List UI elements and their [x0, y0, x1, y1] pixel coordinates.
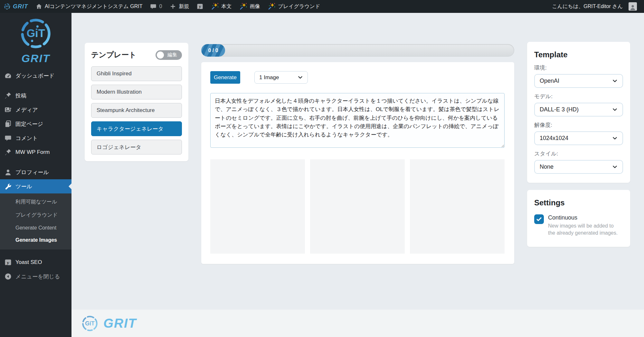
grit-logo-icon: GiT	[81, 315, 99, 332]
template-item-logo-generator[interactable]: ロゴジェネレータ	[91, 140, 182, 154]
sidebar-item-pages[interactable]: 固定ページ	[0, 117, 71, 131]
adminbar-account-link[interactable]: こんにちは、GRIT-Editor さん	[548, 0, 641, 13]
resolution-value: 1024x1024	[540, 135, 568, 142]
avatar	[629, 2, 637, 11]
style-value: None	[540, 164, 554, 170]
generate-button[interactable]: Generate	[210, 71, 240, 84]
adminbar-ai-playground-link[interactable]: プレイグラウンド	[264, 0, 324, 13]
ai-body-label: 本文	[221, 3, 232, 10]
media-icon	[5, 106, 12, 113]
sidebar-item-posts[interactable]: 投稿	[0, 89, 71, 103]
adminbar-brand-label: GRIT	[13, 3, 28, 10]
continuous-description: New images will be added to the already …	[548, 222, 621, 236]
adminbar-new-link[interactable]: 新規	[166, 0, 193, 13]
model-label: モデル:	[534, 93, 623, 100]
sidebar-item-profile[interactable]: プロフィール	[0, 165, 71, 179]
generation-progress-bar: 0 / 0	[201, 44, 514, 57]
collapse-arrow-icon	[5, 273, 12, 280]
environment-select[interactable]: OpenAI	[534, 74, 623, 88]
template-item-character-generator[interactable]: キャラクタージェネレータ	[91, 121, 182, 136]
check-icon	[536, 216, 542, 222]
sidebar-logo: GiT GRIT	[0, 13, 71, 65]
adminbar-yoast-link[interactable]	[193, 0, 207, 13]
ai-image-label: 画像	[250, 3, 260, 10]
sidebar-item-label: プロフィール	[15, 169, 49, 176]
adminbar-site-link[interactable]: AIコンテンツマネジメントシステム GRIT	[32, 0, 146, 13]
model-value: DALL-E 3 (HD)	[540, 106, 579, 113]
edit-toggle[interactable]: 編集	[156, 50, 182, 60]
sidebar-item-mw-wp-form[interactable]: MW WP Form	[0, 145, 71, 159]
svg-text:GiT: GiT	[26, 27, 45, 39]
site-name: AIコンテンツマネジメントシステム GRIT	[45, 3, 142, 10]
tools-submenu: 利用可能なツール プレイグラウンド Generate Content Gener…	[0, 193, 71, 249]
chevron-down-icon	[612, 107, 618, 112]
image-placeholder	[210, 159, 305, 254]
sidebar-item-label: ダッシュボード	[15, 72, 54, 80]
greeting-text: こんにちは、GRIT-Editor さん	[552, 3, 623, 10]
pin-icon	[5, 92, 12, 99]
yoast-icon	[197, 3, 203, 10]
edit-toggle-label: 編集	[167, 52, 177, 58]
settings-title: Settings	[534, 198, 623, 207]
footer: GiT GRIT	[71, 310, 644, 337]
chevron-down-icon	[612, 164, 618, 170]
prompt-textarea[interactable]: 日本人女性をデフォルメ化した４頭身のキャラクターイラストを１つ描いてください。イ…	[210, 93, 505, 148]
image-generator-panel: Generate 1 Image 日本人女性をデフォルメ化した４頭身のキャラクタ…	[201, 62, 514, 264]
template-item-ghibli-inspired[interactable]: Ghibli Inspired	[91, 66, 182, 81]
sidebar-item-media[interactable]: メディア	[0, 103, 71, 117]
svg-text:GiT: GiT	[5, 5, 9, 8]
magic-wand-icon	[268, 3, 275, 10]
continuous-label: Continuous	[548, 214, 621, 221]
sidebar-item-comments[interactable]: コメント	[0, 131, 71, 145]
admin-bar: GiT GRIT AIコンテンツマネジメントシステム GRIT 0 新規 本文 …	[0, 0, 644, 13]
svg-text:GiT: GiT	[85, 320, 95, 326]
menu-separator	[0, 249, 71, 255]
sidebar-item-yoast-seo[interactable]: Yoast SEO	[0, 255, 71, 269]
style-label: スタイル:	[534, 150, 623, 157]
generated-images-row	[210, 159, 505, 254]
collapse-menu-button[interactable]: メニューを閉じる	[0, 269, 71, 284]
adminbar-grit-menu[interactable]: GiT GRIT	[0, 0, 32, 13]
image-count-value: 1 Image	[259, 74, 279, 81]
submenu-item-generate-images[interactable]: Generate Images	[0, 234, 71, 246]
comment-icon	[5, 135, 12, 142]
chevron-down-icon	[612, 78, 618, 84]
template-item-steampunk-architecture[interactable]: Steampunk Architecture	[91, 103, 182, 118]
menu-separator	[0, 159, 71, 165]
template-settings-panel: Template 環境: OpenAI モデル: DALL-E 3 (HD) 解…	[527, 42, 630, 183]
user-icon	[5, 169, 12, 176]
submenu-item-available-tools[interactable]: 利用可能なツール	[0, 195, 71, 209]
footer-brand-label: GRIT	[103, 316, 137, 331]
sidebar-brand-label: GRIT	[0, 52, 71, 65]
adminbar-ai-image-link[interactable]: 画像	[235, 0, 264, 13]
submenu-item-playground[interactable]: プレイグラウンド	[0, 209, 71, 222]
resolution-select[interactable]: 1024x1024	[534, 131, 623, 145]
toggle-knob-icon	[157, 51, 164, 59]
template-settings-title: Template	[534, 50, 623, 59]
dashboard-icon	[5, 72, 12, 79]
model-select[interactable]: DALL-E 3 (HD)	[534, 103, 623, 117]
template-item-modern-illustration[interactable]: Modern Illustration	[91, 85, 182, 99]
image-count-select[interactable]: 1 Image	[254, 71, 308, 84]
comment-icon	[150, 3, 156, 10]
image-placeholder	[410, 159, 505, 254]
adminbar-ai-body-link[interactable]: 本文	[207, 0, 235, 13]
admin-menu: ダッシュボード 投稿 メディア 固定ページ コメント MW WP Form プロ…	[0, 69, 71, 284]
continuous-checkbox[interactable]	[534, 214, 544, 224]
grit-logo-icon: GiT	[19, 17, 52, 50]
sidebar-item-tools[interactable]: ツール	[0, 179, 71, 193]
style-select[interactable]: None	[534, 160, 623, 174]
yoast-icon	[5, 259, 12, 266]
sidebar: GiT GRIT ダッシュボード 投稿 メディア 固定ページ コメント MW W…	[0, 13, 71, 337]
person-icon	[630, 4, 636, 11]
adminbar-comments-link[interactable]: 0	[146, 0, 166, 13]
submenu-item-generate-content[interactable]: Generate Content	[0, 222, 71, 234]
chevron-down-icon	[612, 136, 618, 141]
sidebar-item-dashboard[interactable]: ダッシュボード	[0, 69, 71, 83]
pin-icon	[5, 149, 12, 156]
sidebar-item-label: ツール	[15, 183, 32, 190]
sidebar-item-label: メディア	[15, 106, 38, 114]
sidebar-item-label: Yoast SEO	[15, 259, 42, 266]
template-list-panel: テンプレート 編集 Ghibli Inspired Modern Illustr…	[85, 43, 188, 161]
magic-wand-icon	[211, 3, 219, 10]
